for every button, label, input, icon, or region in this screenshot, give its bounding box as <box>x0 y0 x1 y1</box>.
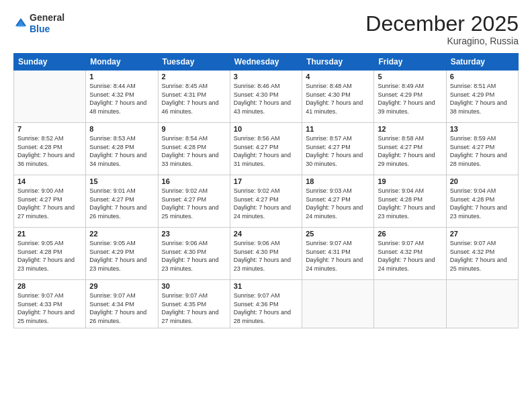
day-info: Sunrise: 8:59 AMSunset: 4:27 PMDaylight:… <box>450 134 515 168</box>
day-cell: 31 Sunrise: 9:07 AMSunset: 4:36 PMDaylig… <box>230 280 302 328</box>
day-cell: 11 Sunrise: 8:57 AMSunset: 4:27 PMDaylig… <box>302 123 374 175</box>
day-info: Sunrise: 9:05 AMSunset: 4:29 PMDaylight:… <box>89 239 154 273</box>
calendar-table: Sunday Monday Tuesday Wednesday Thursday… <box>13 53 519 328</box>
day-number: 24 <box>234 230 298 238</box>
day-cell: 21 Sunrise: 9:05 AMSunset: 4:28 PMDaylig… <box>14 228 86 280</box>
day-number: 23 <box>162 230 226 238</box>
day-cell: 22 Sunrise: 9:05 AMSunset: 4:29 PMDaylig… <box>86 228 158 280</box>
week-row-3: 14 Sunrise: 9:00 AMSunset: 4:27 PMDaylig… <box>14 175 519 228</box>
day-cell: 24 Sunrise: 9:06 AMSunset: 4:30 PMDaylig… <box>230 228 302 280</box>
day-info: Sunrise: 9:04 AMSunset: 4:28 PMDaylight:… <box>450 187 515 220</box>
col-thursday: Thursday <box>302 54 374 71</box>
day-number: 27 <box>450 230 515 238</box>
day-info: Sunrise: 9:02 AMSunset: 4:27 PMDaylight:… <box>234 187 298 220</box>
day-cell: 6 Sunrise: 8:51 AMSunset: 4:29 PMDayligh… <box>446 71 518 123</box>
day-number: 12 <box>378 125 442 133</box>
day-cell: 14 Sunrise: 9:00 AMSunset: 4:27 PMDaylig… <box>14 175 86 228</box>
day-cell: 7 Sunrise: 8:52 AMSunset: 4:28 PMDayligh… <box>14 123 86 175</box>
day-number: 13 <box>450 125 515 133</box>
day-number: 20 <box>450 177 515 185</box>
col-sunday: Sunday <box>14 54 86 71</box>
day-number: 19 <box>378 177 442 185</box>
month-title: December 2025 <box>365 12 519 36</box>
day-number: 17 <box>234 177 298 185</box>
day-cell: 30 Sunrise: 9:07 AMSunset: 4:35 PMDaylig… <box>158 280 230 328</box>
day-number: 25 <box>306 230 370 238</box>
day-info: Sunrise: 9:07 AMSunset: 4:34 PMDaylight:… <box>89 291 154 325</box>
day-cell: 5 Sunrise: 8:49 AMSunset: 4:29 PMDayligh… <box>374 71 446 123</box>
day-info: Sunrise: 8:48 AMSunset: 4:30 PMDaylight:… <box>306 82 370 116</box>
week-row-5: 28 Sunrise: 9:07 AMSunset: 4:33 PMDaylig… <box>14 280 519 328</box>
day-number: 21 <box>17 230 82 238</box>
day-cell: 12 Sunrise: 8:58 AMSunset: 4:27 PMDaylig… <box>374 123 446 175</box>
day-info: Sunrise: 8:57 AMSunset: 4:27 PMDaylight:… <box>306 134 370 168</box>
day-info: Sunrise: 9:05 AMSunset: 4:28 PMDaylight:… <box>17 239 82 273</box>
day-number: 26 <box>378 230 442 238</box>
day-number: 5 <box>378 73 442 81</box>
day-number: 30 <box>162 282 226 290</box>
day-number: 31 <box>234 282 298 290</box>
day-number: 1 <box>89 73 154 81</box>
day-cell: 4 Sunrise: 8:48 AMSunset: 4:30 PMDayligh… <box>302 71 374 123</box>
page: General Blue December 2025 Kuragino, Rus… <box>0 0 532 411</box>
day-cell <box>302 280 374 328</box>
day-info: Sunrise: 9:00 AMSunset: 4:27 PMDaylight:… <box>17 187 82 220</box>
day-info: Sunrise: 8:58 AMSunset: 4:27 PMDaylight:… <box>378 134 442 168</box>
day-cell: 8 Sunrise: 8:53 AMSunset: 4:28 PMDayligh… <box>86 123 158 175</box>
day-number: 7 <box>17 125 82 133</box>
col-monday: Monday <box>86 54 158 71</box>
logo-icon <box>13 16 28 31</box>
day-info: Sunrise: 8:44 AMSunset: 4:32 PMDaylight:… <box>89 82 154 116</box>
day-cell: 10 Sunrise: 8:56 AMSunset: 4:27 PMDaylig… <box>230 123 302 175</box>
day-info: Sunrise: 9:07 AMSunset: 4:36 PMDaylight:… <box>234 291 298 325</box>
day-number: 16 <box>162 177 226 185</box>
day-cell: 13 Sunrise: 8:59 AMSunset: 4:27 PMDaylig… <box>446 123 518 175</box>
day-cell: 26 Sunrise: 9:07 AMSunset: 4:32 PMDaylig… <box>374 228 446 280</box>
day-info: Sunrise: 8:56 AMSunset: 4:27 PMDaylight:… <box>234 134 298 168</box>
col-wednesday: Wednesday <box>230 54 302 71</box>
day-cell: 17 Sunrise: 9:02 AMSunset: 4:27 PMDaylig… <box>230 175 302 228</box>
day-info: Sunrise: 8:54 AMSunset: 4:28 PMDaylight:… <box>162 134 226 168</box>
day-number: 4 <box>306 73 370 81</box>
day-info: Sunrise: 9:06 AMSunset: 4:30 PMDaylight:… <box>162 239 226 273</box>
day-info: Sunrise: 9:02 AMSunset: 4:27 PMDaylight:… <box>162 187 226 220</box>
day-number: 2 <box>162 73 226 81</box>
week-row-1: 1 Sunrise: 8:44 AMSunset: 4:32 PMDayligh… <box>14 71 519 123</box>
calendar-header-row: Sunday Monday Tuesday Wednesday Thursday… <box>14 54 519 71</box>
day-cell: 25 Sunrise: 9:07 AMSunset: 4:31 PMDaylig… <box>302 228 374 280</box>
day-cell: 16 Sunrise: 9:02 AMSunset: 4:27 PMDaylig… <box>158 175 230 228</box>
day-cell <box>446 280 518 328</box>
day-info: Sunrise: 9:03 AMSunset: 4:27 PMDaylight:… <box>306 187 370 220</box>
day-number: 10 <box>234 125 298 133</box>
day-cell: 1 Sunrise: 8:44 AMSunset: 4:32 PMDayligh… <box>86 71 158 123</box>
day-number: 28 <box>17 282 82 290</box>
day-cell: 15 Sunrise: 9:01 AMSunset: 4:27 PMDaylig… <box>86 175 158 228</box>
day-number: 22 <box>89 230 154 238</box>
day-info: Sunrise: 9:07 AMSunset: 4:35 PMDaylight:… <box>162 291 226 325</box>
day-info: Sunrise: 9:06 AMSunset: 4:30 PMDaylight:… <box>234 239 298 273</box>
day-number: 29 <box>89 282 154 290</box>
location: Kuragino, Russia <box>365 36 519 46</box>
col-tuesday: Tuesday <box>158 54 230 71</box>
day-info: Sunrise: 8:52 AMSunset: 4:28 PMDaylight:… <box>17 134 82 168</box>
day-number: 3 <box>234 73 298 81</box>
day-cell: 27 Sunrise: 9:07 AMSunset: 4:32 PMDaylig… <box>446 228 518 280</box>
day-cell: 29 Sunrise: 9:07 AMSunset: 4:34 PMDaylig… <box>86 280 158 328</box>
day-cell: 19 Sunrise: 9:04 AMSunset: 4:28 PMDaylig… <box>374 175 446 228</box>
logo: General Blue <box>13 12 64 35</box>
day-info: Sunrise: 8:46 AMSunset: 4:30 PMDaylight:… <box>234 82 298 116</box>
week-row-2: 7 Sunrise: 8:52 AMSunset: 4:28 PMDayligh… <box>14 123 519 175</box>
day-cell: 3 Sunrise: 8:46 AMSunset: 4:30 PMDayligh… <box>230 71 302 123</box>
day-number: 9 <box>162 125 226 133</box>
day-number: 14 <box>17 177 82 185</box>
day-cell: 28 Sunrise: 9:07 AMSunset: 4:33 PMDaylig… <box>14 280 86 328</box>
title-area: December 2025 Kuragino, Russia <box>365 12 519 46</box>
day-number: 15 <box>89 177 154 185</box>
day-info: Sunrise: 9:01 AMSunset: 4:27 PMDaylight:… <box>89 187 154 220</box>
day-info: Sunrise: 9:04 AMSunset: 4:28 PMDaylight:… <box>378 187 442 220</box>
day-info: Sunrise: 9:07 AMSunset: 4:31 PMDaylight:… <box>306 239 370 273</box>
day-info: Sunrise: 8:45 AMSunset: 4:31 PMDaylight:… <box>162 82 226 116</box>
day-cell <box>14 71 86 123</box>
header: General Blue December 2025 Kuragino, Rus… <box>13 12 519 46</box>
day-cell: 2 Sunrise: 8:45 AMSunset: 4:31 PMDayligh… <box>158 71 230 123</box>
